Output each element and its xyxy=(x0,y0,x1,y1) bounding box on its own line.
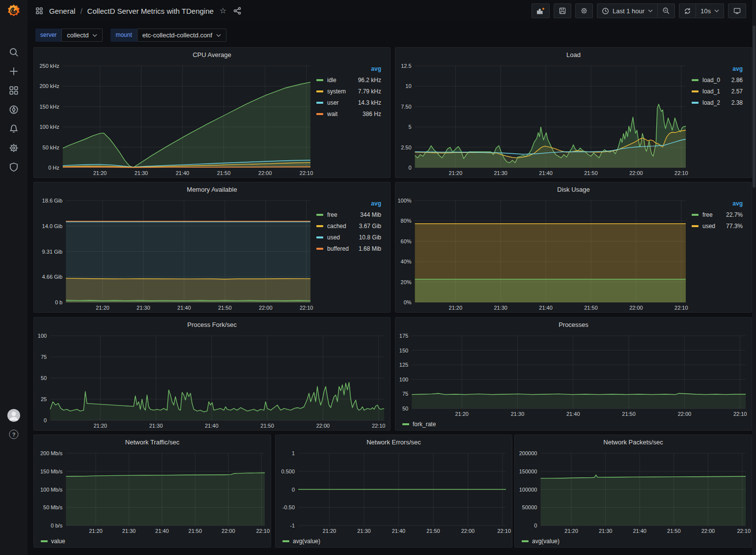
series-color-dash xyxy=(402,423,409,425)
breadcrumb-section[interactable]: General xyxy=(49,7,75,15)
svg-text:21:50: 21:50 xyxy=(217,170,231,176)
series-color-dash xyxy=(316,214,323,216)
legend-series-name: idle xyxy=(327,77,336,84)
svg-text:21:20: 21:20 xyxy=(93,423,107,429)
explore-compass-icon[interactable] xyxy=(8,104,19,115)
search-icon[interactable] xyxy=(8,47,19,58)
svg-text:0 b: 0 b xyxy=(55,299,62,305)
time-range-picker[interactable]: Last 1 hour xyxy=(597,3,658,18)
variable-server-select[interactable]: collectd xyxy=(61,29,103,42)
svg-text:75: 75 xyxy=(402,391,408,397)
legend-item[interactable]: user14.3 kHz xyxy=(316,97,381,108)
legend: avgfree22.7%used77.3% xyxy=(692,196,752,312)
panel-title[interactable]: Network Packets/sec xyxy=(515,435,752,449)
chart-disk-usage[interactable]: 0%20%40%60%80%100%21:2021:3021:4021:5022… xyxy=(395,196,692,312)
panel-title[interactable]: Processes xyxy=(395,318,752,331)
chart-processes[interactable]: 507510012515017521:2021:3021:4021:5022:0… xyxy=(395,331,752,418)
legend-item[interactable]: load_12.57 xyxy=(692,86,743,97)
svg-text:100 Mb/s: 100 Mb/s xyxy=(40,487,63,493)
legend-item[interactable]: wait386 Hz xyxy=(316,108,381,119)
panel-title[interactable]: Process Fork/sec xyxy=(34,318,390,331)
panel-title[interactable]: Memory Available xyxy=(34,182,390,196)
svg-text:22:10: 22:10 xyxy=(256,528,270,534)
panel-title[interactable]: CPU Average xyxy=(34,48,390,61)
legend-series-name[interactable]: fork_rate xyxy=(413,421,436,428)
svg-text:60%: 60% xyxy=(401,238,412,244)
configuration-gear-icon[interactable] xyxy=(8,143,19,153)
svg-text:22:00: 22:00 xyxy=(629,170,643,176)
scrollbar-thumb[interactable] xyxy=(753,26,756,188)
legend-item[interactable]: load_22.38 xyxy=(692,97,743,108)
legend-item[interactable]: idle96.2 kHz xyxy=(316,74,381,86)
chart-cpu-average[interactable]: 0 Hz50 kHz100 kHz150 kHz200 kHz250 kHz21… xyxy=(34,61,316,177)
chart-load[interactable]: 02.5057.501012.521:2021:3021:4021:5022:0… xyxy=(395,61,692,177)
create-plus-icon[interactable] xyxy=(8,66,19,77)
chevron-down-icon xyxy=(92,34,97,37)
svg-text:100 kHz: 100 kHz xyxy=(39,124,59,130)
chart-network-errors[interactable]: -1-0.5000.500121:2021:3021:4021:5022:002… xyxy=(276,449,512,535)
legend-item[interactable]: buffered1.68 Mib xyxy=(316,243,381,254)
legend: value xyxy=(34,535,271,547)
svg-text:21:30: 21:30 xyxy=(149,423,163,429)
save-dashboard-button[interactable] xyxy=(554,3,571,18)
legend-series-name[interactable]: avg(value) xyxy=(532,538,560,545)
chart-process-fork[interactable]: 025507510021:2021:3021:4021:5022:0022:10 xyxy=(34,331,390,430)
panel-title[interactable]: Network Traffic/sec xyxy=(34,435,271,449)
refresh-interval-picker[interactable]: 10s xyxy=(696,3,724,18)
chart-network-traffic[interactable]: 0 b/s50 Mb/s100 Mb/s150 Mb/s200 Mb/s21:2… xyxy=(34,449,271,535)
legend-item[interactable]: cached3.67 Gib xyxy=(316,220,381,232)
legend-avg-header[interactable]: avg xyxy=(316,198,381,209)
refresh-button[interactable] xyxy=(679,3,696,18)
toolbar-controls: Last 1 hour 10s xyxy=(532,3,746,18)
grafana-logo-icon[interactable] xyxy=(6,3,21,18)
svg-text:100: 100 xyxy=(38,333,47,339)
series-color-dash xyxy=(316,225,323,227)
dashboard-settings-button[interactable] xyxy=(575,3,593,18)
admin-shield-icon[interactable] xyxy=(8,162,19,173)
svg-text:5: 5 xyxy=(408,124,411,130)
panel-title[interactable]: Disk Usage xyxy=(395,182,752,196)
legend-avg-header[interactable]: avg xyxy=(316,63,381,74)
svg-text:150 Mb/s: 150 Mb/s xyxy=(40,468,63,474)
legend-item[interactable]: used10.8 Gib xyxy=(316,232,381,243)
refresh-interval-label: 10s xyxy=(700,7,711,15)
breadcrumb: General / CollectD Server Metrics with T… xyxy=(34,6,242,16)
legend-item[interactable]: system7.79 kHz xyxy=(316,86,381,97)
panel-title[interactable]: Load xyxy=(395,48,752,61)
svg-text:22:10: 22:10 xyxy=(737,528,751,534)
svg-text:150: 150 xyxy=(399,348,408,353)
legend-series-name[interactable]: avg(value) xyxy=(293,538,320,545)
legend: fork_rate xyxy=(395,418,752,430)
legend-item[interactable]: free344 Mib xyxy=(316,209,381,220)
chart-memory-available[interactable]: 0 b4.66 Gib9.31 Gib14.0 Gib18.6 Gib21:20… xyxy=(34,196,316,312)
svg-text:200000: 200000 xyxy=(519,450,537,456)
svg-text:50: 50 xyxy=(402,406,408,411)
svg-text:0.500: 0.500 xyxy=(281,468,295,474)
legend-series-name: load_0 xyxy=(702,77,720,84)
legend-series-name: wait xyxy=(327,111,337,117)
panel-title[interactable]: Network Errors/sec xyxy=(276,435,512,449)
legend-avg-header[interactable]: avg xyxy=(692,198,743,209)
favorite-star-icon[interactable]: ☆ xyxy=(219,6,227,16)
share-icon[interactable] xyxy=(232,6,242,16)
svg-text:100000: 100000 xyxy=(519,487,537,493)
legend-item[interactable]: used77.3% xyxy=(692,220,743,232)
help-icon[interactable]: ? xyxy=(9,430,19,439)
svg-text:21:20: 21:20 xyxy=(323,528,336,534)
cycle-view-mode-button[interactable] xyxy=(728,3,746,18)
legend-item[interactable]: load_02.86 xyxy=(692,74,743,86)
legend-avg-header[interactable]: avg xyxy=(692,63,743,74)
legend-series-value: 1.68 Mib xyxy=(359,245,381,252)
user-avatar[interactable] xyxy=(7,409,21,422)
variable-mount-select[interactable]: etc-collectd-collectd.conf xyxy=(137,29,226,42)
panel-processes: Processes 507510012515017521:2021:3021:4… xyxy=(395,317,752,431)
svg-text:22:00: 22:00 xyxy=(629,305,643,311)
add-panel-button[interactable] xyxy=(532,3,550,18)
chart-network-packets[interactable]: 05000010000015000020000021:2021:3021:402… xyxy=(515,449,752,535)
svg-text:21:20: 21:20 xyxy=(93,170,107,176)
legend-series-name[interactable]: value xyxy=(51,538,65,545)
zoom-out-time-button[interactable] xyxy=(658,3,675,18)
legend-item[interactable]: free22.7% xyxy=(692,209,743,220)
dashboards-grid-icon[interactable] xyxy=(8,85,19,96)
alerting-bell-icon[interactable] xyxy=(8,123,19,134)
